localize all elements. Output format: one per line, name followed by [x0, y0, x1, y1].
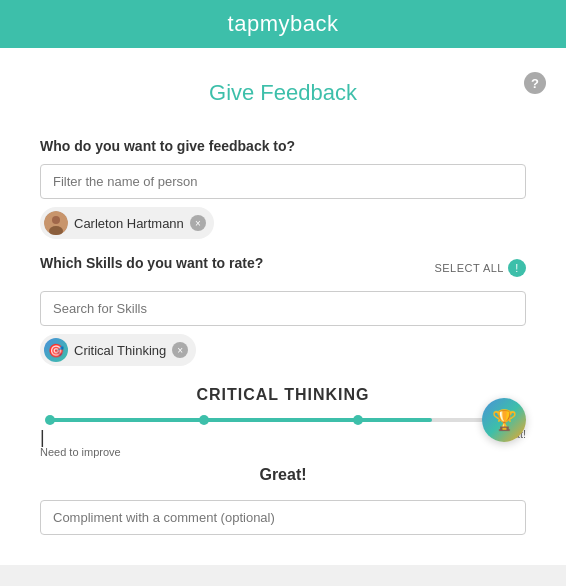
- app-logo: tapmyback: [228, 11, 339, 37]
- skill-chip: 🎯 Critical Thinking ×: [40, 334, 196, 366]
- recipient-input[interactable]: [40, 164, 526, 199]
- slider-track: 🏆: [50, 418, 516, 422]
- main-card: Who do you want to give feedback to? Car…: [0, 118, 566, 565]
- slider-dot-mid2: [353, 415, 363, 425]
- recipient-chip: Carleton Hartmann ×: [40, 207, 214, 239]
- skills-search-input[interactable]: [40, 291, 526, 326]
- recipient-name: Carleton Hartmann: [74, 216, 184, 231]
- skills-label: Which Skills do you want to rate?: [40, 255, 263, 271]
- skill-rating-title: CRITICAL THINKING: [40, 386, 526, 404]
- skill-remove-button[interactable]: ×: [172, 342, 188, 358]
- recipient-label: Who do you want to give feedback to?: [40, 138, 526, 154]
- slider-thumb[interactable]: 🏆: [482, 398, 526, 442]
- slider-container: 🏆: [40, 418, 526, 422]
- svg-point-1: [52, 216, 60, 224]
- slider-labels: | Need to improve Great!: [40, 428, 526, 458]
- skills-header: Which Skills do you want to rate? SELECT…: [40, 255, 526, 281]
- help-icon[interactable]: ?: [524, 72, 546, 94]
- slider-label-left: | Need to improve: [40, 428, 121, 458]
- comment-input[interactable]: [40, 500, 526, 535]
- skill-name: Critical Thinking: [74, 343, 166, 358]
- avatar-image: [44, 211, 68, 235]
- recipient-section: Who do you want to give feedback to? Car…: [40, 138, 526, 239]
- page-title: Give Feedback: [209, 64, 357, 118]
- rating-value: Great!: [40, 466, 526, 484]
- slider-dot-mid1: [199, 415, 209, 425]
- page-title-area: Give Feedback ?: [0, 48, 566, 118]
- recipient-remove-button[interactable]: ×: [190, 215, 206, 231]
- slider-fill: [50, 418, 432, 422]
- recipient-avatar: [44, 211, 68, 235]
- skill-icon: 🎯: [44, 338, 68, 362]
- app-header: tapmyback: [0, 0, 566, 48]
- skill-rating-section: CRITICAL THINKING 🏆 | Need to improve Gr…: [40, 386, 526, 484]
- select-all-label: SELECT ALL: [434, 262, 504, 274]
- slider-dot-start: [45, 415, 55, 425]
- select-all-icon: !: [508, 259, 526, 277]
- select-all-button[interactable]: SELECT ALL !: [434, 259, 526, 277]
- skills-section: Which Skills do you want to rate? SELECT…: [40, 255, 526, 366]
